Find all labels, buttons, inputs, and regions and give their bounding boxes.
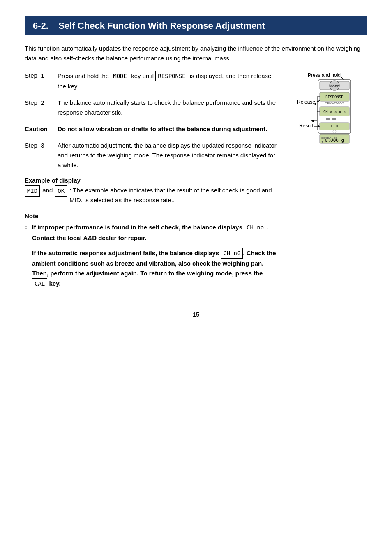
note-text-1: If improper performance is found in the …: [32, 222, 277, 243]
section-number: 6-2.: [33, 21, 48, 31]
example-title: Example of display: [25, 177, 277, 184]
svg-rect-10: [326, 118, 330, 120]
example-line: MID and OK : The example above indicates…: [25, 185, 277, 205]
and-text: and: [42, 185, 53, 195]
svg-text:MODE: MODE: [330, 84, 340, 88]
step-3-row: Step 3 After automatic adjustment, the b…: [25, 141, 277, 170]
note-item-2: □ If the automatic response adjustment f…: [25, 248, 277, 289]
response-box: RESPONSE: [155, 71, 188, 81]
bullet-1: □: [25, 224, 32, 231]
step-3-text: After automatic adjustment, the balance …: [58, 141, 277, 170]
svg-text:●: ●: [321, 140, 323, 143]
step-1-label: Step 1: [25, 71, 58, 91]
svg-text:0.000 g: 0.000 g: [325, 138, 344, 143]
content-area: Step 1 Press and hold the MODE key until…: [25, 71, 367, 294]
page: 6-2. Self Check Function With Response A…: [0, 0, 392, 555]
intro-paragraph: This function automatically updates the …: [25, 44, 367, 63]
press-hold-text: Press and hold: [308, 72, 341, 78]
step-2-row: Step 2 The balance automatically starts …: [25, 98, 277, 118]
note-section: Note □ If improper performance is found …: [25, 213, 277, 289]
example-section: Example of display MID and OK : The exam…: [25, 177, 277, 205]
mode-key-box: MODE: [111, 71, 129, 81]
ch-ng-box: CH nG: [221, 248, 243, 259]
ok-box: OK: [55, 185, 67, 196]
step-3-label: Step 3: [25, 141, 58, 170]
bullet-2: □: [25, 250, 32, 257]
step-2-label: Step 2: [25, 98, 58, 118]
caution-text: Do not allow vibration or drafts to affe…: [58, 124, 277, 134]
step-1-text: Press and hold the MODE key until RESPON…: [58, 71, 277, 91]
note-1-bold: If improper performance is found in the …: [32, 224, 244, 231]
svg-marker-32: [311, 120, 314, 122]
left-content: Step 1 Press and hold the MODE key until…: [25, 71, 285, 294]
svg-text:CH ✕ ✕ ✕ ✕: CH ✕ ✕ ✕ ✕: [323, 110, 346, 114]
ch-no-box: CH no: [244, 222, 266, 233]
note-2-end: key.: [47, 280, 60, 287]
step-1-row: Step 1 Press and hold the MODE key until…: [25, 71, 277, 91]
svg-rect-11: [332, 118, 336, 120]
example-description: : The example above indicates that the r…: [69, 185, 277, 205]
right-diagram: Press and hold MODE RESPONSE MENU/PARAM …: [285, 71, 367, 294]
svg-text:◁  ▷: ◁ ▷: [332, 130, 338, 133]
svg-text:RESPONSE: RESPONSE: [325, 95, 343, 99]
note-text-2: If the automatic response adjustment fai…: [32, 248, 277, 289]
section-header: 6-2. Self Check Function With Response A…: [25, 16, 367, 35]
svg-text:Release: Release: [297, 99, 315, 105]
note-2-bold: If the automatic response adjustment fai…: [32, 250, 221, 257]
note-label: Note: [25, 213, 277, 220]
caution-label: Caution: [25, 124, 58, 134]
step-2-text: The balance automatically starts to chec…: [58, 98, 277, 118]
note-item-1: □ If improper performance is found in th…: [25, 222, 277, 243]
caution-row: Caution Do not allow vibration or drafts…: [25, 124, 277, 134]
svg-text:Result: Result: [299, 123, 314, 129]
section-title: Self Check Function With Response Adjust…: [58, 21, 265, 31]
mid-box: MID: [25, 185, 40, 196]
svg-text:C H: C H: [331, 124, 338, 128]
page-number: 15: [25, 311, 367, 318]
diagram-svg: Press and hold MODE RESPONSE MENU/PARAM …: [285, 71, 367, 215]
svg-text:MENU/PARAM: MENU/PARAM: [325, 101, 344, 104]
cal-box: CAL: [32, 278, 47, 289]
